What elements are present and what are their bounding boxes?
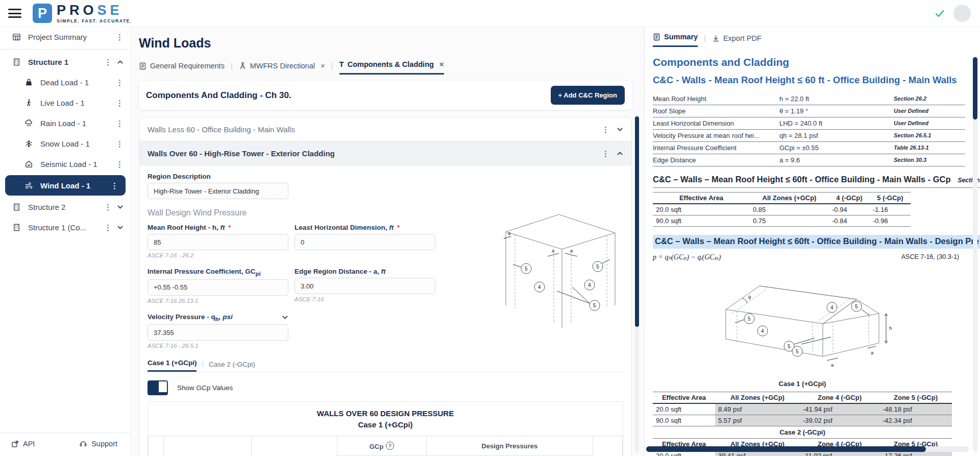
- prose-logo[interactable]: P PROSE SIMPLE. FAST. ACCURATE.: [33, 4, 132, 23]
- kebab-menu-icon[interactable]: ⋮: [104, 203, 112, 211]
- kebab-menu-icon[interactable]: ⋮: [602, 126, 609, 133]
- sidebar-item-structure-1-copy[interactable]: Structure 1 (Co... ⋮: [0, 217, 131, 237]
- chevron-down-icon[interactable]: [617, 126, 623, 133]
- chevron-up-icon[interactable]: [617, 150, 623, 157]
- cc-regions-card: Walls Less 60 - Office Building - Main W…: [139, 117, 632, 456]
- least-horizontal-dimension-input[interactable]: [295, 234, 435, 250]
- summary-scrollbar-thumb[interactable]: [973, 57, 977, 119]
- logo-badge: P: [33, 4, 52, 23]
- kebab-menu-icon[interactable]: ⋮: [116, 79, 124, 86]
- show-gcp-toggle[interactable]: [148, 380, 168, 395]
- mean-roof-height-label: Mean Roof Height - h, ft *: [148, 224, 288, 231]
- velocity-pressure-input[interactable]: [148, 324, 288, 341]
- kebab-menu-icon[interactable]: ⋮: [116, 160, 124, 168]
- chevron-down-icon[interactable]: [117, 204, 124, 210]
- walking-person-icon: [24, 99, 33, 107]
- kebab-menu-icon[interactable]: ⋮: [116, 140, 124, 148]
- mean-roof-height-input[interactable]: [148, 234, 288, 250]
- kebab-menu-icon[interactable]: ⋮: [602, 150, 609, 157]
- chevron-down-icon[interactable]: [282, 314, 288, 321]
- building-icon: [12, 58, 21, 66]
- sidebar-item-seismic-load[interactable]: Seismic Load - 1 ⋮: [0, 154, 131, 174]
- building-icon: [12, 223, 21, 232]
- summary-properties: Mean Roof Heighth = 22.0 ftSection 26.2 …: [653, 93, 965, 166]
- accordion-walls-less-60[interactable]: Walls Less 60 - Office Building - Main W…: [139, 117, 631, 141]
- svg-text:4: 4: [830, 305, 834, 310]
- kebab-menu-icon[interactable]: ⋮: [116, 99, 124, 107]
- internal-pressure-coefficient-input[interactable]: [148, 279, 288, 296]
- gcp-table: Effective AreaAll Zones (+GCp) 4 (-GCp)5…: [653, 192, 911, 227]
- mwfrs-icon: [239, 62, 247, 69]
- topbar: P PROSE SIMPLE. FAST. ACCURATE.: [0, 0, 980, 27]
- sidebar-item-snow-load[interactable]: Snow Load - 1 ⋮: [0, 133, 131, 154]
- section-header-card: Components And Cladding - Ch 30. + Add C…: [139, 81, 632, 110]
- avatar[interactable]: [953, 5, 971, 22]
- sidebar: Project Summary ⋮ Structure 1 ⋮ Dead Loa…: [0, 27, 131, 456]
- asce-reference: ASCE 7-16 - 26.2: [148, 252, 288, 258]
- velocity-pressure-label: Velocity Pressure - qh, psi: [148, 313, 233, 322]
- add-cc-region-button[interactable]: + Add C&C Region: [551, 86, 625, 105]
- brand-tagline: SIMPLE. FAST. ACCURATE.: [57, 18, 132, 23]
- close-icon[interactable]: ×: [321, 61, 325, 70]
- support-link[interactable]: Support: [79, 440, 117, 448]
- edge-region-distance-input[interactable]: [295, 278, 435, 294]
- tab-mwfrs-directional[interactable]: MWFRS Directional ×: [239, 61, 325, 75]
- kebab-menu-icon[interactable]: ⋮: [116, 119, 124, 127]
- api-link[interactable]: API: [11, 440, 35, 448]
- property-row: Least Horizontal DimensionLHD = 240.0 ft…: [653, 117, 965, 130]
- summary-hscrollbar-thumb[interactable]: [646, 446, 926, 452]
- chevron-up-icon[interactable]: [117, 59, 124, 65]
- tab-export-pdf[interactable]: Export PDF: [712, 34, 762, 47]
- tab-components-cladding[interactable]: T Components & Cladding ×: [339, 60, 444, 75]
- property-row: Roof Slopeθ = 1.19 °User Defined: [653, 105, 965, 117]
- sidebar-item-structure-2[interactable]: Structure 2 ⋮: [0, 197, 131, 217]
- col-gcp: GCp?: [337, 436, 426, 456]
- help-icon[interactable]: ?: [386, 442, 394, 450]
- region-description-input[interactable]: [148, 183, 288, 199]
- page-title: Wind Loads: [139, 36, 632, 51]
- pressure-table-title: WALLS OVER 60 DESIGN PRESSURE Case 1 (+G…: [148, 402, 623, 431]
- wind-load-tabs: General Requirements | MWFRS Directional…: [139, 60, 632, 75]
- tab-summary[interactable]: Summary: [653, 33, 698, 47]
- property-row: Internal Pressure CoefficientGCpi = ±0.5…: [653, 142, 965, 154]
- tab-general-requirements[interactable]: General Requirements: [139, 62, 225, 75]
- sidebar-item-structure-1[interactable]: Structure 1 ⋮: [0, 52, 131, 72]
- main-scrollbar-track: [635, 115, 639, 452]
- tab-case-1[interactable]: Case 1 (+GCpi): [148, 359, 197, 372]
- svg-text:a: a: [831, 362, 834, 368]
- kebab-menu-icon[interactable]: ⋮: [111, 182, 118, 189]
- summary-panel: Summary | Export PDF Components and Clad…: [644, 27, 980, 456]
- least-horizontal-dimension-label: Least Horizontal Dimension, ft *: [295, 224, 435, 231]
- svg-text:a: a: [552, 248, 555, 253]
- close-icon[interactable]: ×: [439, 60, 444, 68]
- rain-cloud-icon: [24, 119, 33, 128]
- sidebar-item-wind-load[interactable]: Wind Load - 1 ⋮: [5, 175, 126, 196]
- menu-icon[interactable]: [8, 9, 21, 18]
- cladding-icon: T: [339, 60, 344, 68]
- kebab-menu-icon[interactable]: ⋮: [104, 224, 112, 231]
- case2-caption: Case 2 (-GCpi): [653, 426, 952, 438]
- sidebar-item-project-summary[interactable]: Project Summary ⋮: [0, 27, 131, 47]
- col-elevation: Elevation of Component: [252, 436, 337, 456]
- sidebar-item-rain-load[interactable]: Rain Load - 1 ⋮: [0, 113, 131, 133]
- table-row: 20.0 sqft8.49 psf -41.94 psf-48.18 psf: [653, 403, 952, 415]
- svg-text:5: 5: [593, 303, 596, 308]
- tab-case-2[interactable]: Case 2 (-GCpi): [209, 361, 255, 372]
- col-action: Action: [593, 436, 622, 456]
- accordion-walls-over-60[interactable]: Walls Over 60 - High-Rise Tower - Exteri…: [139, 141, 631, 165]
- kebab-menu-icon[interactable]: ⋮: [104, 58, 112, 66]
- wind-icon: [24, 181, 33, 190]
- chevron-down-icon[interactable]: [117, 224, 124, 231]
- headset-icon: [79, 440, 87, 448]
- table-row: 90.0 sqft5.57 psf -39.02 psf-42.34 psf: [653, 415, 952, 426]
- sidebar-item-dead-load[interactable]: Dead Load - 1 ⋮: [0, 72, 131, 92]
- property-row: Mean Roof Heighth = 22.0 ftSection 26.2: [653, 93, 965, 105]
- sidebar-item-live-load[interactable]: Live Load - 1 ⋮: [0, 92, 131, 113]
- internal-pressure-coefficient-label: Internal Pressure Coefficient, GCpi: [148, 268, 288, 277]
- building-icon: [12, 203, 21, 211]
- table-row: 90.0 sqft0.75 -0.84-0.96: [653, 215, 911, 226]
- main-scrollbar-thumb[interactable]: [635, 116, 639, 327]
- design-pressure-table: WALLS OVER 60 DESIGN PRESSURE Case 1 (+G…: [148, 401, 623, 456]
- kebab-menu-icon[interactable]: ⋮: [116, 33, 124, 41]
- case1-design-table: Effective AreaAll Zones (+GCp) Zone 4 (-…: [653, 392, 952, 426]
